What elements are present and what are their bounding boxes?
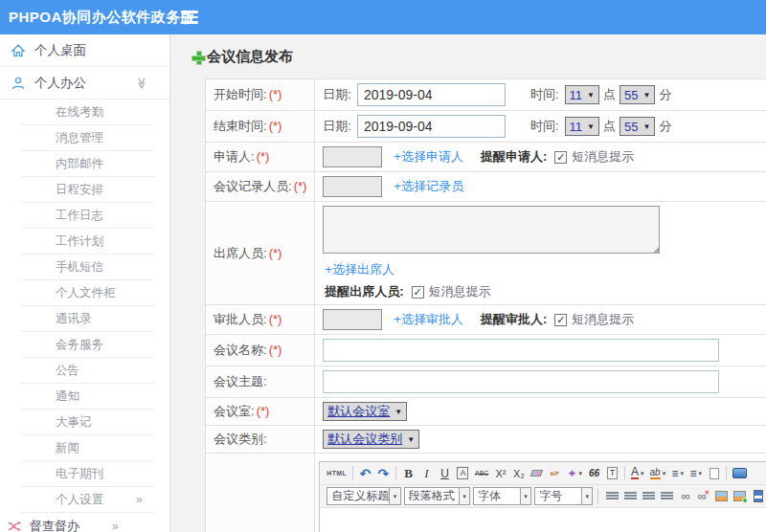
sidebar-item-personal-desktop[interactable]: 个人桌面 [0, 34, 169, 67]
home-icon [11, 43, 26, 58]
dropdown-arrow-icon[interactable]: ▾ [582, 487, 593, 505]
sidebar-item-schedule[interactable]: 日程安排 [0, 177, 169, 203]
new-page-icon[interactable] [706, 464, 722, 482]
sidebar-item-meeting-services[interactable]: 会务服务 [0, 332, 169, 358]
subscript-icon[interactable]: X₂ [510, 464, 527, 482]
resize-grip-icon[interactable] [652, 247, 659, 254]
required-mark: (*) [269, 246, 282, 260]
sidebar-item-work-plan[interactable]: 工作计划 [0, 229, 169, 255]
unordered-list-icon[interactable]: ≡▾ [687, 464, 704, 482]
sidebar-item-contacts[interactable]: 通讯录 [0, 306, 169, 332]
applicant-input[interactable] [323, 146, 382, 167]
attendees-textarea[interactable] [323, 206, 660, 254]
blockquote-icon[interactable]: 66 [586, 464, 602, 482]
dropdown-arrow-icon[interactable]: ▾ [460, 487, 470, 505]
sidebar-item-news[interactable]: 新闻 [0, 435, 169, 461]
justify-icon[interactable] [659, 487, 675, 505]
applicant-sms-checkbox[interactable]: ✓ [554, 151, 567, 164]
start-date-input[interactable] [357, 83, 506, 106]
select-arrow-icon: ▼ [394, 408, 402, 416]
sidebar-item-internal-mail[interactable]: 内部邮件 [0, 151, 169, 177]
insert-image-icon[interactable] [713, 487, 730, 505]
choose-attendees-link[interactable]: +选择出席人 [325, 261, 394, 278]
sidebar-item-personal-office[interactable]: 个人办公 ≫ [0, 67, 169, 100]
unlink-icon[interactable]: ∞✕ [695, 487, 711, 505]
recorder-label-cell: 会议记录人员:(*) [206, 172, 315, 202]
auto-typeset-icon[interactable]: ✦▾ [565, 464, 584, 482]
date-label: 日期: [323, 118, 351, 135]
italic-icon[interactable]: I [418, 464, 435, 482]
form-row-meeting-room: 会议室:(*) 默认会议室▼ [206, 398, 766, 426]
rich-text-editor: HTML ↶ ↷ B I U A ABC X² X₂ ✏ [319, 461, 766, 532]
html-source-button[interactable]: HTML [325, 464, 349, 482]
format-painter-icon[interactable]: ✏ [546, 463, 565, 484]
editor-content-area[interactable] [320, 508, 766, 532]
meeting-category-select[interactable]: 默认会议类别▼ [323, 430, 419, 449]
font-style-icon[interactable]: A [457, 467, 468, 479]
end-minute-select[interactable]: 55▼ [620, 117, 655, 136]
strikethrough-icon[interactable]: ABC [473, 464, 490, 482]
fullscreen-icon[interactable] [731, 464, 749, 482]
page-break-icon[interactable] [750, 487, 766, 505]
font-family-dropdown[interactable]: 字体 [473, 487, 521, 505]
recorder-input[interactable] [323, 176, 382, 197]
superscript-icon[interactable]: X² [492, 464, 508, 482]
choose-approver-link[interactable]: +选择审批人 [394, 311, 463, 328]
sidebar-item-announcement[interactable]: 公告 [0, 358, 169, 384]
start-minute-select[interactable]: 55▼ [620, 85, 655, 104]
required-mark: (*) [269, 119, 282, 133]
sidebar-item-supervision[interactable]: 督查督办 » [0, 513, 169, 532]
underline-icon[interactable]: U [437, 464, 453, 482]
meeting-subject-label: 会议主题: [214, 374, 267, 388]
sidebar-item-mobile-sms[interactable]: 手机短信 [0, 255, 169, 280]
sidebar-item-message-management[interactable]: 消息管理 [0, 125, 169, 151]
date-label: 日期: [323, 86, 351, 103]
choose-applicant-link[interactable]: +选择申请人 [394, 148, 463, 166]
sidebar-item-online-attendance[interactable]: 在线考勤 [0, 100, 169, 125]
sidebar-item-personal-files[interactable]: 个人文件柜 [0, 280, 169, 306]
undo-icon[interactable]: ↶ [357, 464, 373, 482]
align-right-icon[interactable] [641, 487, 657, 505]
font-size-dropdown[interactable]: 字号 [534, 487, 582, 505]
sidebar-item-e-journal[interactable]: 电子期刊 [0, 461, 169, 487]
font-color-icon[interactable]: A▾ [629, 464, 646, 482]
bold-icon[interactable]: B [400, 464, 417, 482]
ordered-list-icon[interactable]: ≡▾ [669, 464, 686, 482]
select-arrow-icon: ▼ [587, 91, 595, 100]
link-icon[interactable]: ∞ [677, 487, 693, 505]
align-center-icon[interactable] [622, 487, 639, 505]
approver-sms-checkbox[interactable]: ✓ [554, 314, 567, 326]
toolbar-separator [352, 466, 353, 480]
menu-toggle-icon[interactable] [181, 11, 198, 24]
remind-attendees-label: 提醒出席人员: [325, 283, 403, 300]
meeting-category-field-cell: 默认会议类别▼ [315, 426, 766, 454]
end-time-label: 结束时间: [214, 119, 267, 133]
choose-recorder-link[interactable]: +选择记录员 [394, 178, 463, 195]
upload-image-icon[interactable] [732, 487, 748, 505]
dropdown-arrow-icon[interactable]: ▾ [521, 487, 531, 505]
sidebar-item-personal-settings[interactable]: 个人设置» [0, 487, 169, 513]
approver-input[interactable] [323, 309, 382, 330]
sidebar-item-work-log[interactable]: 工作日志 [0, 203, 169, 229]
align-left-icon[interactable] [604, 487, 620, 505]
highlight-color-icon[interactable]: ab▾ [648, 464, 668, 482]
dropdown-arrow-icon[interactable]: ▾ [390, 487, 400, 505]
editor-label-cell [206, 454, 315, 532]
toolbar-separator [597, 489, 598, 503]
end-date-input[interactable] [357, 115, 506, 138]
sidebar-item-notice[interactable]: 通知 [0, 384, 169, 410]
meeting-room-select[interactable]: 默认会议室▼ [323, 402, 407, 421]
app-title: PHPOA协同办公软件政务版 [9, 9, 195, 27]
sidebar-item-major-events[interactable]: 大事记 [0, 410, 169, 435]
paste-as-text-icon[interactable]: T [604, 464, 620, 482]
paragraph-format-dropdown[interactable]: 段落格式 [404, 487, 460, 505]
meeting-name-input[interactable] [323, 339, 719, 362]
meeting-subject-input[interactable] [323, 370, 719, 393]
custom-heading-dropdown[interactable]: 自定义标题 [327, 487, 390, 505]
redo-icon[interactable]: ↷ [375, 464, 392, 482]
end-hour-select[interactable]: 11▼ [565, 117, 599, 136]
eraser-icon[interactable] [529, 464, 545, 482]
form-row-meeting-subject: 会议主题: [206, 366, 766, 398]
start-hour-select[interactable]: 11▼ [565, 85, 599, 104]
attendees-sms-checkbox[interactable]: ✓ [412, 286, 424, 299]
